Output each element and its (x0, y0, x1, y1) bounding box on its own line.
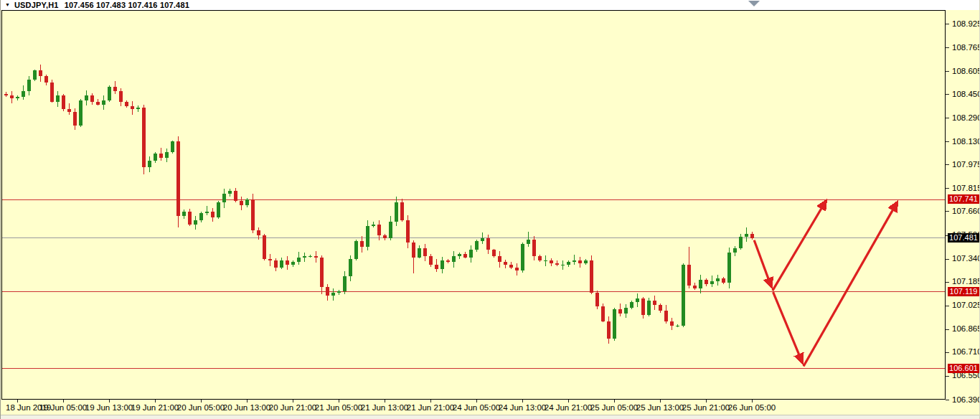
time-axis-tick (17, 400, 18, 402)
candle-body (647, 301, 651, 316)
candle-body (176, 141, 180, 215)
candle-body (50, 83, 54, 102)
price-axis[interactable]: 108.925108.765108.605108.450108.290108.1… (946, 10, 980, 401)
candle-body (509, 265, 513, 268)
price-axis-tick (946, 71, 949, 72)
candle-body (165, 152, 169, 158)
candle-body (699, 280, 702, 288)
time-axis-tick (155, 400, 156, 402)
symbol-dropdown-icon[interactable]: ▼ (5, 0, 10, 10)
candle-body (389, 222, 392, 238)
candle-body (458, 254, 461, 255)
candle-body (16, 97, 19, 98)
candle-body (395, 202, 398, 222)
candle-body (624, 308, 628, 314)
time-axis-tick (568, 400, 569, 402)
candle-body (544, 260, 547, 261)
time-axis-tick (430, 400, 431, 402)
price-axis-tick (946, 94, 949, 95)
candle-body (400, 202, 404, 220)
time-axis-label: 20 Jun 05:00 (177, 403, 225, 412)
price-axis-tick (946, 141, 949, 142)
candle-body (682, 265, 685, 326)
price-axis-tick (946, 376, 949, 377)
candle-body (538, 256, 542, 260)
candle-body (291, 262, 295, 265)
chart-plot-area[interactable] (1, 10, 946, 400)
candle-body (240, 201, 243, 205)
time-axis-label: 19 Jun 05:00 (39, 403, 88, 412)
price-axis-label: 106.710 (952, 347, 980, 357)
candle-body (205, 212, 209, 213)
ohlc-quote-label: 107.456 107.483 107.416 107.481 (65, 1, 189, 9)
candle-body (326, 287, 329, 296)
price-axis-label: 107.025 (952, 301, 980, 310)
price-axis-label: 108.605 (952, 67, 980, 76)
candle-body (406, 220, 410, 243)
candle-body (217, 202, 220, 217)
price-axis-label: 107.185 (952, 277, 980, 286)
candle-body (56, 95, 60, 101)
candle-body (199, 213, 203, 220)
forecast-arrow[interactable] (754, 240, 771, 287)
price-axis-tick (946, 211, 949, 212)
candle-body (727, 253, 731, 282)
level-price-badge: 106.601 (948, 364, 979, 373)
candle-body (693, 286, 697, 288)
candle-body (366, 226, 369, 247)
forecast-arrow[interactable] (773, 201, 826, 291)
candle-body (613, 309, 616, 339)
chart-shift-marker-icon[interactable] (748, 1, 760, 6)
candle-body (228, 191, 232, 194)
price-axis-label: 106.865 (952, 324, 980, 334)
candle-body (360, 241, 364, 247)
candle-body (33, 70, 37, 79)
candle-body (607, 321, 611, 339)
time-axis-tick (476, 400, 477, 402)
candle-body (550, 260, 553, 263)
price-axis-label: 107.660 (952, 207, 980, 216)
time-axis-label: 20 Jun 13:00 (223, 403, 271, 412)
price-axis-tick (946, 188, 949, 189)
candle-body (687, 265, 691, 286)
candle-body (67, 109, 71, 112)
candle-body (532, 240, 536, 256)
time-axis-label: 19 Jun 13:00 (85, 403, 133, 412)
forecast-arrow[interactable] (773, 292, 803, 362)
candle-body (90, 95, 94, 101)
candle-body (349, 259, 352, 277)
candle-body (182, 212, 186, 216)
candlestick-chart[interactable] (1, 10, 946, 400)
candle-body (251, 199, 255, 230)
candle-body (601, 306, 605, 321)
time-axis-tick (247, 400, 248, 402)
time-axis-tick (63, 400, 64, 402)
time-axis[interactable]: 18 Jun 201919 Jun 05:0019 Jun 13:0019 Ju… (0, 400, 980, 415)
candle-body (584, 260, 588, 263)
candle-body (435, 265, 438, 269)
candle-body (268, 259, 272, 260)
candle-body (85, 95, 88, 100)
price-axis-label: 107.815 (952, 184, 980, 193)
candle-body (573, 260, 576, 262)
candle-body (418, 248, 421, 257)
level-price-badge: 107.741 (948, 194, 979, 204)
price-axis-tick (946, 306, 949, 306)
candle-body (716, 278, 720, 281)
price-axis-label: 108.290 (952, 113, 980, 123)
candle-body (337, 291, 341, 293)
candle-body (125, 102, 128, 106)
candle-body (314, 256, 318, 258)
forecast-arrow[interactable] (804, 202, 897, 366)
candle-body (245, 199, 249, 205)
price-axis-label: 107.340 (952, 254, 980, 263)
candle-body (527, 240, 530, 244)
time-axis-label: 25 Jun 21:00 (682, 403, 730, 412)
candle-body (27, 80, 31, 92)
candle-body (515, 268, 519, 270)
candle-body (429, 256, 433, 265)
candle-body (73, 112, 77, 126)
window-left-edge (0, 0, 1, 419)
candle-body (44, 76, 48, 82)
candle-body (194, 220, 197, 225)
